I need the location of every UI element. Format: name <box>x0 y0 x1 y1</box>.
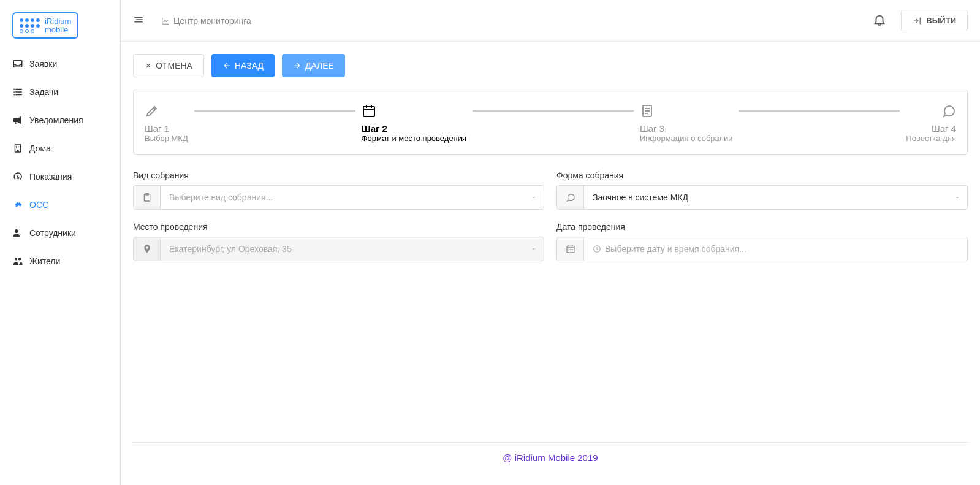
sidebar-item-tasks[interactable]: Задачи <box>0 78 120 106</box>
logout-button[interactable]: ВЫЙТИ <box>901 10 968 31</box>
arrow-left-icon <box>222 61 231 70</box>
gauge-icon <box>12 171 23 182</box>
menu-toggle[interactable] <box>133 14 144 27</box>
logout-icon <box>913 17 921 25</box>
sidebar-item-label: Уведомления <box>29 115 83 125</box>
sidebar-item-label: Заявки <box>29 59 57 69</box>
footer: @ iRidium Mobile 2019 <box>133 442 968 473</box>
bell-icon <box>873 13 886 26</box>
date-label: Дата проведения <box>556 222 968 232</box>
step-subtitle: Информация о собрании <box>640 134 733 143</box>
step-subtitle: Формат и место проведения <box>362 134 466 143</box>
logout-label: ВЫЙТИ <box>926 16 956 25</box>
step-title: Шаг 4 <box>932 123 956 134</box>
inbox-icon <box>12 58 23 69</box>
sidebar: iRidium mobile Заявки Задачи Уведомления… <box>0 0 121 485</box>
user-gear-icon <box>12 227 23 239</box>
notifications-button[interactable] <box>873 13 886 28</box>
location-label: Место проведения <box>133 222 544 232</box>
list-icon <box>12 86 23 97</box>
step-title: Шаг 1 <box>145 123 169 134</box>
megaphone-icon <box>12 115 23 126</box>
step-1: Шаг 1 Выбор МКД <box>145 104 188 143</box>
step-2: Шаг 2 Формат и место проведения <box>362 104 466 143</box>
clock-icon <box>593 245 601 253</box>
next-label: ДАЛЕЕ <box>305 61 334 71</box>
meeting-type-select[interactable]: Выберите вид собрания... <box>133 185 544 210</box>
topbar: Центр мониторинга ВЫЙТИ <box>121 0 980 42</box>
sidebar-item-label: Дома <box>29 143 51 153</box>
sidebar-item-readings[interactable]: Показания <box>0 162 120 191</box>
date-input[interactable]: Выберите дату и время собрания... <box>556 237 968 261</box>
action-bar: ОТМЕНА НАЗАД ДАЛЕЕ <box>133 54 968 77</box>
sidebar-item-notifications[interactable]: Уведомления <box>0 106 120 134</box>
edit-icon <box>145 104 159 118</box>
nav: Заявки Задачи Уведомления Дома Показания… <box>0 50 120 275</box>
meeting-type-value: Выберите вид собрания... <box>161 186 524 209</box>
step-4: Шаг 4 Повестка дня <box>906 104 956 143</box>
sidebar-item-label: Показания <box>29 172 72 181</box>
building-icon <box>12 143 23 154</box>
clipboard-icon <box>134 186 161 209</box>
step-3: Шаг 3 Информация о собрании <box>640 104 733 143</box>
wizard-steps: Шаг 1 Выбор МКД Шаг 2 Формат и место про… <box>133 90 968 155</box>
sidebar-item-houses[interactable]: Дома <box>0 134 120 162</box>
next-button[interactable]: ДАЛЕЕ <box>282 54 345 77</box>
close-icon <box>145 62 152 69</box>
sidebar-item-requests[interactable]: Заявки <box>0 50 120 78</box>
pin-icon <box>134 237 161 261</box>
chat-icon <box>941 104 956 118</box>
sidebar-item-staff[interactable]: Сотрудники <box>0 219 120 247</box>
sidebar-item-oss[interactable]: ОСС <box>0 191 120 219</box>
logo[interactable]: iRidium mobile <box>0 5 120 50</box>
location-select[interactable]: Екатеринбург, ул Ореховая, 35 <box>133 237 544 261</box>
chevron-down-icon <box>948 186 967 209</box>
step-subtitle: Выбор МКД <box>145 134 188 143</box>
calendar-small-icon <box>557 237 584 261</box>
location-value: Екатеринбург, ул Ореховая, 35 <box>161 237 524 261</box>
calendar-icon <box>362 104 376 118</box>
hamburger-icon <box>133 14 144 25</box>
monitoring-label: Центр мониторинга <box>173 16 251 26</box>
cancel-button[interactable]: ОТМЕНА <box>133 54 204 77</box>
meeting-form-select[interactable]: Заочное в системе МКД <box>556 185 968 210</box>
cancel-label: ОТМЕНА <box>156 61 192 71</box>
chat-bubble-icon <box>557 186 584 209</box>
meeting-form-value: Заочное в системе МКД <box>584 186 948 209</box>
back-button[interactable]: НАЗАД <box>211 54 275 77</box>
step-connector <box>473 110 634 112</box>
monitoring-link[interactable]: Центр мониторинга <box>161 16 251 26</box>
logo-text: iRidium mobile <box>45 17 71 34</box>
sidebar-item-label: ОСС <box>29 200 48 210</box>
date-placeholder: Выберите дату и время собрания... <box>584 237 967 261</box>
step-title: Шаг 3 <box>640 123 664 134</box>
step-title: Шаг 2 <box>362 123 387 134</box>
sidebar-item-label: Сотрудники <box>29 228 76 238</box>
chart-icon <box>161 17 170 25</box>
users-icon <box>12 256 23 267</box>
logo-dots-icon <box>20 18 40 33</box>
step-connector <box>739 110 900 112</box>
sidebar-item-label: Жители <box>29 256 60 266</box>
meeting-form-label: Форма собрания <box>556 170 968 180</box>
handshake-icon <box>12 199 23 210</box>
svg-rect-0 <box>363 107 374 116</box>
sidebar-item-label: Задачи <box>29 87 58 97</box>
meeting-type-label: Вид собрания <box>133 170 544 180</box>
step-connector <box>194 110 355 112</box>
document-icon <box>640 104 655 118</box>
arrow-right-icon <box>293 61 302 70</box>
chevron-down-icon <box>524 237 544 261</box>
sidebar-item-residents[interactable]: Жители <box>0 247 120 275</box>
main: Центр мониторинга ВЫЙТИ ОТМЕНА <box>121 0 980 485</box>
back-label: НАЗАД <box>235 61 264 71</box>
step-subtitle: Повестка дня <box>906 134 956 143</box>
chevron-down-icon <box>524 186 544 209</box>
